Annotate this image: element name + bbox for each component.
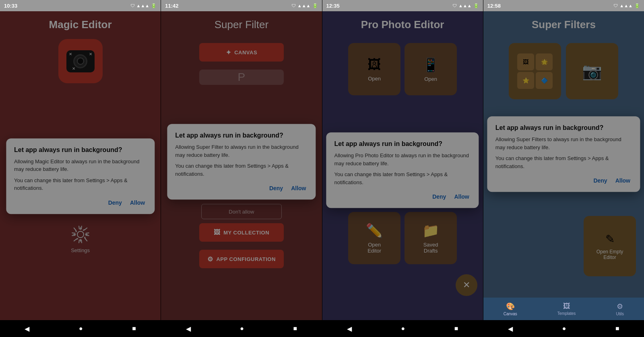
- back-btn-2[interactable]: ◀: [186, 325, 191, 333]
- bottom-tabs-4: 🎨 Canvas 🖼 Templates ⚙ Utils: [483, 298, 644, 320]
- home-btn-4[interactable]: ●: [562, 325, 566, 332]
- dim-overlay-2: [161, 11, 322, 320]
- canvas-tab-label: Canvas: [504, 312, 517, 316]
- shield-icon-2: 🛡: [291, 3, 296, 8]
- status-bar-2: 11:42 🛡 ▲▲▲ 🔋: [161, 0, 322, 11]
- status-bar-3: 12:35 🛡 ▲▲▲ 🔋: [322, 0, 483, 11]
- canvas-tab-icon: 🎨: [506, 302, 515, 311]
- battery-icon-2: 🔋: [312, 3, 318, 8]
- utils-tab-icon: ⚙: [617, 302, 623, 311]
- app-bg-1: Magic Editor ✕ ✕ ✕ Let app always run in…: [0, 11, 161, 320]
- app-bg-3: Pro Photo Editor 🖼 Open 📱 Open Let app a…: [322, 11, 483, 320]
- dim-overlay-3: [322, 11, 483, 320]
- shield-icon-4: 🛡: [613, 3, 618, 8]
- shield-icon-3: 🛡: [452, 3, 457, 8]
- battery-icon-3: 🔋: [473, 3, 479, 8]
- nav-bar-2: ◀ ● ■: [161, 320, 322, 337]
- home-btn-1[interactable]: ●: [79, 325, 83, 332]
- wifi-icon-1: ▲▲▲: [136, 3, 150, 8]
- shield-icon-1: 🛡: [130, 3, 135, 8]
- dim-overlay-1: [0, 11, 161, 320]
- status-icons-4: 🛡 ▲▲▲ 🔋: [613, 3, 640, 8]
- home-btn-2[interactable]: ●: [240, 325, 244, 332]
- tab-canvas[interactable]: 🎨 Canvas: [504, 302, 517, 316]
- dim-overlay-4: [483, 11, 644, 298]
- back-btn-3[interactable]: ◀: [347, 325, 352, 333]
- recent-btn-3[interactable]: ■: [454, 325, 458, 332]
- templates-tab-icon: 🖼: [563, 302, 570, 310]
- status-bar-1: 10:33 🛡 ▲▲▲ 🔋: [0, 0, 161, 11]
- nav-bar-3: ◀ ● ■: [322, 320, 483, 337]
- tab-templates[interactable]: 🖼 Templates: [557, 302, 576, 316]
- wifi-icon-2: ▲▲▲: [297, 3, 311, 8]
- nav-bar-4: ◀ ● ■: [483, 320, 644, 337]
- phone-panel-1: 10:33 🛡 ▲▲▲ 🔋 Magic Editor ✕ ✕ ✕: [0, 0, 161, 337]
- status-bar-4: 12:58 🛡 ▲▲▲ 🔋: [483, 0, 644, 11]
- back-btn-4[interactable]: ◀: [508, 325, 513, 333]
- battery-icon-4: 🔋: [634, 3, 640, 8]
- back-btn-1[interactable]: ◀: [25, 325, 29, 333]
- status-icons-2: 🛡 ▲▲▲ 🔋: [291, 3, 318, 8]
- utils-tab-label: Utils: [616, 312, 623, 316]
- wifi-icon-3: ▲▲▲: [458, 3, 472, 8]
- time-4: 12:58: [487, 3, 501, 9]
- app-bg-4: Super Filters 🖼 🌟 ⭐ 🔷 📷: [483, 11, 644, 298]
- wifi-icon-4: ▲▲▲: [619, 3, 633, 8]
- templates-tab-label: Templates: [557, 311, 576, 316]
- time-3: 12:35: [326, 3, 340, 9]
- phone-panel-2: 11:42 🛡 ▲▲▲ 🔋 Super Filter ✦ CANVAS P: [161, 0, 322, 337]
- recent-btn-2[interactable]: ■: [293, 325, 297, 332]
- time-2: 11:42: [165, 3, 178, 9]
- home-btn-3[interactable]: ●: [401, 325, 405, 332]
- recent-btn-4[interactable]: ■: [615, 325, 619, 332]
- tab-utils[interactable]: ⚙ Utils: [616, 302, 623, 316]
- battery-icon-1: 🔋: [151, 3, 157, 8]
- time-1: 10:33: [4, 3, 17, 9]
- status-icons-1: 🛡 ▲▲▲ 🔋: [130, 3, 157, 8]
- recent-btn-1[interactable]: ■: [132, 325, 136, 332]
- phone-panel-3: 12:35 🛡 ▲▲▲ 🔋 Pro Photo Editor 🖼 Open 📱 …: [322, 0, 483, 337]
- status-icons-3: 🛡 ▲▲▲ 🔋: [452, 3, 479, 8]
- phone-panel-4: 12:58 🛡 ▲▲▲ 🔋 Super Filters 🖼 🌟 ⭐ 🔷: [483, 0, 644, 337]
- nav-bar-1: ◀ ● ■: [0, 320, 161, 337]
- app-bg-2: Super Filter ✦ CANVAS P Let app always r…: [161, 11, 322, 320]
